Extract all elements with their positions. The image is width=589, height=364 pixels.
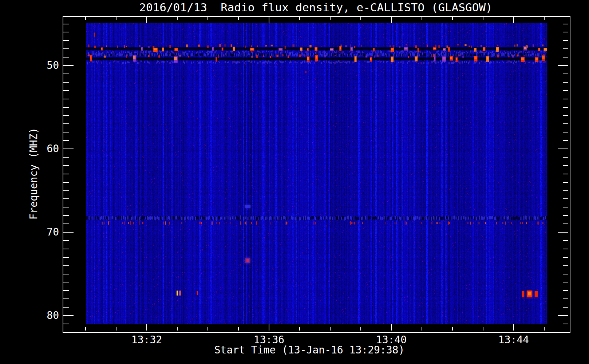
axis-tick xyxy=(63,107,69,108)
axis-tick xyxy=(63,198,69,199)
axis-tick xyxy=(63,207,69,207)
axis-tick xyxy=(63,82,69,83)
y-tick-label: 70 xyxy=(21,226,59,238)
axis-tick xyxy=(563,290,568,291)
axis-tick xyxy=(563,40,568,41)
spectrogram-figure: 2016/01/13 Radio flux density, e-CALLIST… xyxy=(0,0,589,364)
axis-tick xyxy=(330,17,331,20)
axis-tick xyxy=(269,324,269,331)
axis-tick xyxy=(513,324,514,331)
axis-tick xyxy=(563,182,568,183)
axis-tick xyxy=(63,282,69,282)
axis-tick xyxy=(63,232,74,233)
axis-tick xyxy=(63,274,69,274)
axis-tick xyxy=(63,249,69,249)
axis-tick xyxy=(269,17,269,23)
axis-tick xyxy=(563,157,568,158)
axis-tick xyxy=(63,174,69,174)
axis-tick xyxy=(63,324,69,324)
axis-tick xyxy=(63,132,69,132)
axis-tick xyxy=(116,327,116,331)
axis-tick xyxy=(63,65,74,66)
axis-tick xyxy=(563,265,568,266)
axis-tick xyxy=(563,307,568,308)
axis-tick xyxy=(563,82,568,83)
axis-tick xyxy=(563,48,568,49)
axis-tick xyxy=(563,207,568,207)
x-tick-label: 13:44 xyxy=(485,334,543,346)
x-axis-label: Start Time (13-Jan-16 13:29:38) xyxy=(164,344,455,356)
axis-tick xyxy=(63,74,69,74)
axis-tick xyxy=(63,115,69,116)
axis-tick xyxy=(563,324,568,324)
axis-tick xyxy=(207,327,208,331)
axis-tick xyxy=(563,132,568,132)
plot-title: 2016/01/13 Radio flux density, e-CALLIST… xyxy=(63,1,569,14)
axis-tick xyxy=(63,298,69,299)
axis-tick xyxy=(63,240,69,241)
axis-tick xyxy=(146,324,147,331)
axis-tick xyxy=(558,232,568,233)
axis-tick xyxy=(63,157,69,158)
axis-tick xyxy=(63,215,69,216)
axis-tick xyxy=(146,17,147,23)
axis-tick xyxy=(563,24,568,24)
axis-tick xyxy=(563,115,568,116)
axis-tick xyxy=(563,190,568,191)
axis-tick xyxy=(422,327,422,331)
axis-tick xyxy=(63,99,69,99)
axis-tick xyxy=(563,174,568,174)
axis-tick xyxy=(563,249,568,249)
axis-tick xyxy=(563,90,568,91)
axis-tick xyxy=(299,327,300,331)
axis-tick xyxy=(63,182,69,183)
axis-tick xyxy=(63,24,69,24)
axis-tick xyxy=(177,17,178,20)
axis-tick xyxy=(563,298,568,299)
axis-tick xyxy=(63,190,69,191)
axis-tick xyxy=(513,17,514,23)
axis-tick xyxy=(422,17,422,20)
axis-tick xyxy=(63,307,69,308)
axis-tick xyxy=(563,140,568,141)
axis-tick xyxy=(238,17,239,20)
axis-tick xyxy=(63,123,69,124)
axis-tick xyxy=(391,17,392,23)
axis-tick xyxy=(563,107,568,108)
axis-tick xyxy=(63,57,69,58)
axis-tick xyxy=(63,257,69,258)
axis-tick xyxy=(63,290,69,291)
axis-tick xyxy=(63,90,69,91)
axis-tick xyxy=(558,149,568,149)
axis-tick xyxy=(238,327,239,331)
axis-tick xyxy=(85,327,86,331)
axis-tick xyxy=(63,315,74,316)
axis-tick xyxy=(452,327,453,331)
axis-tick xyxy=(63,165,69,166)
axis-tick xyxy=(299,17,300,20)
axis-tick xyxy=(360,327,361,331)
axis-tick xyxy=(63,32,69,32)
axis-tick xyxy=(483,327,483,331)
axis-tick xyxy=(544,17,545,20)
axis-tick xyxy=(63,140,69,141)
axis-tick xyxy=(563,215,568,216)
axis-tick xyxy=(563,257,568,258)
axis-tick xyxy=(85,17,86,20)
axis-tick xyxy=(563,282,568,282)
axis-tick xyxy=(563,274,568,274)
axis-tick xyxy=(391,324,392,331)
axis-tick xyxy=(544,327,545,331)
axis-tick xyxy=(563,123,568,124)
axis-tick xyxy=(563,240,568,241)
y-tick-label: 80 xyxy=(21,310,59,321)
axis-tick xyxy=(563,223,568,224)
axis-tick xyxy=(116,17,116,20)
axis-tick xyxy=(207,17,208,20)
axis-tick xyxy=(63,149,74,149)
axis-tick xyxy=(452,17,453,20)
axis-tick xyxy=(563,99,568,99)
axis-tick xyxy=(483,17,483,20)
axis-tick xyxy=(63,40,69,41)
axis-tick xyxy=(360,17,361,20)
